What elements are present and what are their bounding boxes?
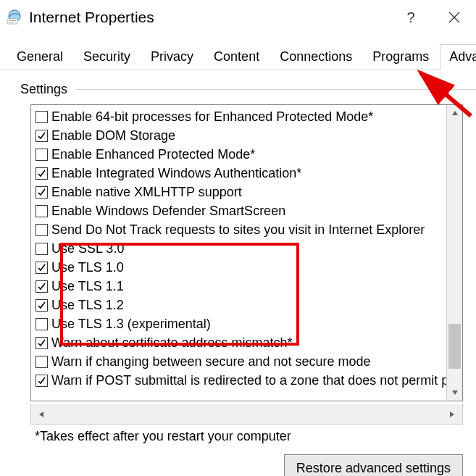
list-item[interactable]: Warn if POST submittal is redirected to … bbox=[36, 371, 446, 390]
window-title: Internet Properties bbox=[29, 9, 154, 26]
checkbox[interactable] bbox=[36, 262, 48, 274]
close-button[interactable] bbox=[433, 0, 476, 35]
checkbox[interactable] bbox=[36, 375, 48, 387]
list-item[interactable]: Use TLS 1.2 bbox=[36, 296, 446, 314]
checkbox[interactable] bbox=[36, 356, 48, 368]
list-item[interactable]: Enable Integrated Windows Authentication… bbox=[36, 164, 446, 183]
checkbox[interactable] bbox=[36, 205, 48, 217]
tab-general[interactable]: General bbox=[7, 44, 72, 70]
svg-rect-1 bbox=[7, 19, 17, 24]
checkbox[interactable] bbox=[36, 167, 48, 180]
scroll-right-icon[interactable] bbox=[442, 404, 462, 424]
tab-bar: General Security Privacy Content Connect… bbox=[0, 35, 476, 70]
option-label: Warn if changing between secure and not … bbox=[51, 354, 371, 369]
option-label: Use TLS 1.1 bbox=[51, 279, 124, 294]
horizontal-scrollbar[interactable] bbox=[30, 404, 463, 425]
globe-icon bbox=[4, 8, 23, 27]
settings-label: Settings bbox=[20, 82, 67, 97]
tab-programs[interactable]: Programs bbox=[363, 44, 438, 70]
list-item[interactable]: Enable DOM Storage bbox=[36, 126, 446, 145]
checkbox[interactable] bbox=[36, 224, 48, 236]
list-item[interactable]: Enable 64-bit processes for Enhanced Pro… bbox=[36, 107, 446, 126]
divider bbox=[76, 89, 476, 90]
list-item[interactable]: Use SSL 3.0 bbox=[36, 239, 446, 258]
checkbox[interactable] bbox=[36, 186, 48, 199]
option-label: Enable 64-bit processes for Enhanced Pro… bbox=[51, 109, 373, 125]
checkbox[interactable] bbox=[36, 243, 48, 255]
checkbox[interactable] bbox=[36, 111, 48, 123]
restore-advanced-button[interactable]: Restore advanced settings bbox=[284, 454, 463, 476]
titlebar: Internet Properties ? bbox=[0, 0, 476, 35]
list-item[interactable]: Use TLS 1.3 (experimental) bbox=[36, 314, 446, 333]
option-label: Enable DOM Storage bbox=[51, 128, 175, 143]
checkbox[interactable] bbox=[36, 149, 48, 161]
list-item[interactable]: Warn about certificate address mismatch* bbox=[36, 333, 446, 352]
tab-advanced[interactable]: Advanced bbox=[440, 44, 476, 70]
scroll-track[interactable] bbox=[447, 121, 462, 385]
tab-connections[interactable]: Connections bbox=[270, 44, 362, 70]
list-item[interactable]: Send Do Not Track requests to sites you … bbox=[36, 220, 446, 239]
list-item[interactable]: Enable Enhanced Protected Mode* bbox=[36, 145, 446, 164]
restart-note: *Takes effect after you restart your com… bbox=[35, 429, 476, 444]
settings-list-box: Enable 64-bit processes for Enhanced Pro… bbox=[30, 104, 463, 401]
checkbox[interactable] bbox=[36, 337, 48, 349]
list-item[interactable]: Warn if changing between secure and not … bbox=[36, 352, 446, 371]
checkbox[interactable] bbox=[36, 318, 48, 330]
list-item[interactable]: Enable native XMLHTTP support bbox=[36, 183, 446, 201]
list-item[interactable]: Use TLS 1.1 bbox=[36, 277, 446, 296]
settings-list[interactable]: Enable 64-bit processes for Enhanced Pro… bbox=[31, 105, 446, 401]
scroll-up-icon[interactable] bbox=[447, 105, 462, 121]
option-label: Warn if POST submittal is redirected to … bbox=[51, 373, 446, 388]
scroll-track[interactable] bbox=[51, 404, 442, 424]
checkbox[interactable] bbox=[36, 299, 48, 312]
checkbox[interactable] bbox=[36, 280, 48, 293]
settings-section-header: Settings bbox=[20, 82, 476, 97]
option-label: Enable Integrated Windows Authentication… bbox=[51, 166, 301, 181]
option-label: Enable native XMLHTTP support bbox=[51, 185, 242, 200]
scroll-down-icon[interactable] bbox=[447, 385, 462, 401]
option-label: Enable Windows Defender SmartScreen bbox=[51, 204, 285, 219]
option-label: Use TLS 1.2 bbox=[51, 298, 124, 313]
checkbox[interactable] bbox=[36, 130, 48, 142]
vertical-scrollbar[interactable] bbox=[446, 105, 462, 401]
tab-content[interactable]: Content bbox=[204, 44, 269, 70]
tab-security[interactable]: Security bbox=[74, 44, 140, 70]
option-label: Send Do Not Track requests to sites you … bbox=[51, 222, 425, 238]
option-label: Use SSL 3.0 bbox=[51, 241, 124, 256]
help-button[interactable]: ? bbox=[389, 0, 433, 35]
option-label: Use TLS 1.0 bbox=[51, 260, 124, 275]
scroll-left-icon[interactable] bbox=[31, 404, 51, 424]
tab-privacy[interactable]: Privacy bbox=[141, 44, 203, 70]
option-label: Warn about certificate address mismatch* bbox=[51, 335, 292, 351]
option-label: Enable Enhanced Protected Mode* bbox=[51, 147, 255, 162]
option-label: Use TLS 1.3 (experimental) bbox=[51, 317, 211, 332]
list-item[interactable]: Use TLS 1.0 bbox=[36, 258, 446, 277]
list-item[interactable]: Enable Windows Defender SmartScreen bbox=[36, 201, 446, 220]
scroll-thumb[interactable] bbox=[448, 324, 461, 369]
